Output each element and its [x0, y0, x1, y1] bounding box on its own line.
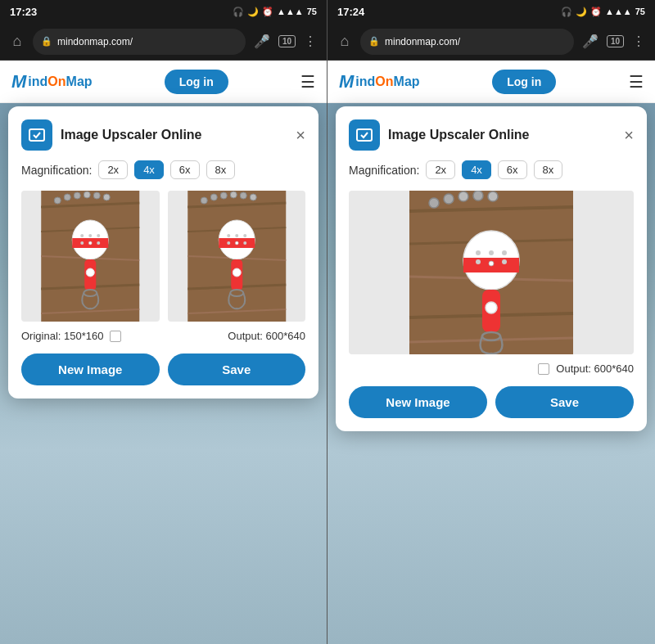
left-save-button[interactable]: Save: [168, 354, 306, 385]
right-mindonmap-header: M indOnMap Log in ☰: [328, 61, 655, 103]
left-login-button[interactable]: Log in: [165, 70, 228, 94]
svg-point-41: [227, 241, 230, 245]
moon-icon: 🌙: [247, 7, 259, 17]
svg-point-57: [473, 191, 483, 200]
home-icon-r[interactable]: ⌂: [334, 31, 355, 52]
right-mag-2x[interactable]: 2x: [426, 160, 455, 179]
svg-point-54: [429, 198, 439, 208]
svg-point-66: [502, 259, 507, 264]
left-status-bar: 17:23 🎧 🌙 ⏰ ▲▲▲ 75: [0, 0, 327, 23]
mic-browser-icon[interactable]: 🎤: [251, 30, 273, 52]
svg-point-34: [240, 192, 246, 199]
svg-point-62: [489, 250, 494, 255]
left-new-image-button[interactable]: New Image: [21, 354, 160, 385]
svg-point-55: [444, 194, 454, 204]
left-modal-header: Image Upscaler Online ×: [21, 119, 305, 151]
mic-browser-icon-r[interactable]: 🎤: [579, 30, 602, 52]
left-original-image: [21, 191, 160, 322]
right-mag-4x[interactable]: 4x: [462, 160, 491, 179]
right-checkbox[interactable]: [538, 363, 549, 375]
lock-icon-r: 🔒: [368, 36, 380, 47]
svg-point-22: [86, 268, 94, 277]
left-mindonmap-header: M indOnMap Log in ☰: [0, 61, 327, 103]
menu-dots-icon-r[interactable]: ⋮: [629, 30, 648, 52]
wifi-icon-r: ▲▲▲: [605, 7, 632, 16]
left-status-icons: 🎧 🌙 ⏰ ▲▲▲ 75: [233, 7, 317, 17]
right-close-button[interactable]: ×: [624, 126, 634, 145]
svg-point-18: [80, 241, 84, 245]
right-status-bar: 17:24 🎧 🌙 ⏰ ▲▲▲ 75: [328, 0, 655, 23]
left-mag-4x[interactable]: 4x: [134, 160, 164, 179]
left-checkbox[interactable]: [110, 331, 121, 342]
moon-icon-r: 🌙: [576, 7, 587, 17]
left-info-row: Original: 150*160 Output: 600*640: [21, 330, 305, 342]
wifi-icon: ▲▲▲: [277, 7, 304, 16]
left-mag-2x[interactable]: 2x: [98, 160, 128, 179]
home-icon[interactable]: ⌂: [7, 31, 28, 52]
svg-point-31: [210, 194, 217, 200]
left-logo: M indOnMap: [11, 71, 93, 92]
left-modal-title: Image Upscaler Online: [61, 128, 202, 142]
left-mag-6x[interactable]: 6x: [170, 160, 200, 179]
right-tab-count[interactable]: 10: [607, 35, 624, 47]
right-phone-panel: 17:24 🎧 🌙 ⏰ ▲▲▲ 75 ⌂ 🔒 mindonmap.com/ 🎤 …: [328, 0, 655, 644]
headphone-icon-r: 🎧: [561, 7, 572, 17]
left-magnification-row: Magnification: 2x 4x 6x 8x: [21, 160, 305, 179]
right-info-row: Output: 600*640: [349, 363, 634, 375]
right-save-button[interactable]: Save: [495, 386, 634, 418]
right-hamburger-icon[interactable]: ☰: [629, 72, 644, 92]
left-logo-text: indOnMap: [28, 74, 92, 89]
right-output-label: Output: 600*640: [556, 363, 634, 375]
left-hamburger-icon[interactable]: ☰: [300, 72, 315, 92]
svg-point-39: [235, 234, 238, 237]
right-action-row: New Image Save: [349, 386, 634, 418]
svg-point-8: [64, 194, 70, 200]
left-tab-count[interactable]: 10: [278, 35, 296, 47]
menu-dots-icon[interactable]: ⋮: [300, 30, 320, 52]
left-app-icon: [21, 119, 52, 151]
right-time: 17:24: [337, 6, 364, 18]
left-url-bar[interactable]: 🔒 mindonmap.com/: [33, 29, 246, 55]
right-modal-title-area: Image Upscaler Online: [349, 119, 530, 151]
right-logo: M indOnMap: [339, 71, 420, 92]
left-url-text: mindonmap.com/: [57, 36, 133, 47]
svg-point-17: [97, 234, 100, 237]
svg-point-58: [488, 191, 498, 201]
headphone-icon: 🎧: [233, 7, 244, 17]
right-login-button[interactable]: Log in: [492, 70, 556, 94]
right-magnification-row: Magnification: 2x 4x 6x 8x: [349, 160, 634, 179]
left-time: 17:23: [10, 6, 37, 18]
left-output-image: [168, 191, 306, 322]
right-single-image: [349, 191, 634, 354]
right-browser-bar: ⌂ 🔒 mindonmap.com/ 🎤 10 ⋮: [328, 23, 655, 61]
right-mag-6x[interactable]: 6x: [498, 160, 527, 179]
svg-point-9: [74, 192, 80, 199]
left-mag-8x[interactable]: 8x: [206, 160, 236, 179]
svg-point-12: [103, 194, 110, 200]
left-close-button[interactable]: ×: [296, 126, 305, 145]
svg-point-38: [227, 234, 230, 237]
svg-rect-0: [29, 129, 44, 141]
left-magnification-label: Magnification:: [21, 164, 92, 177]
right-logo-text: indOnMap: [355, 74, 419, 89]
svg-point-10: [84, 191, 90, 198]
battery-icon: 75: [307, 7, 317, 16]
svg-point-56: [458, 191, 468, 201]
lock-icon: 🔒: [41, 36, 52, 47]
right-new-image-button[interactable]: New Image: [349, 386, 487, 418]
svg-point-11: [93, 192, 100, 199]
svg-point-15: [80, 234, 84, 237]
right-modal-title: Image Upscaler Online: [388, 128, 530, 142]
svg-point-68: [486, 302, 497, 313]
left-info-left: Original: 150*160: [21, 330, 121, 342]
svg-point-7: [54, 197, 61, 204]
left-images-row: [21, 191, 305, 322]
right-url-bar[interactable]: 🔒 mindonmap.com/: [360, 29, 574, 55]
svg-point-40: [243, 234, 246, 237]
right-mag-8x[interactable]: 8x: [534, 160, 563, 179]
svg-point-63: [502, 250, 507, 255]
svg-point-64: [476, 259, 481, 264]
svg-point-32: [220, 192, 227, 199]
left-modal-title-area: Image Upscaler Online: [21, 119, 202, 151]
battery-icon-r: 75: [635, 7, 645, 16]
